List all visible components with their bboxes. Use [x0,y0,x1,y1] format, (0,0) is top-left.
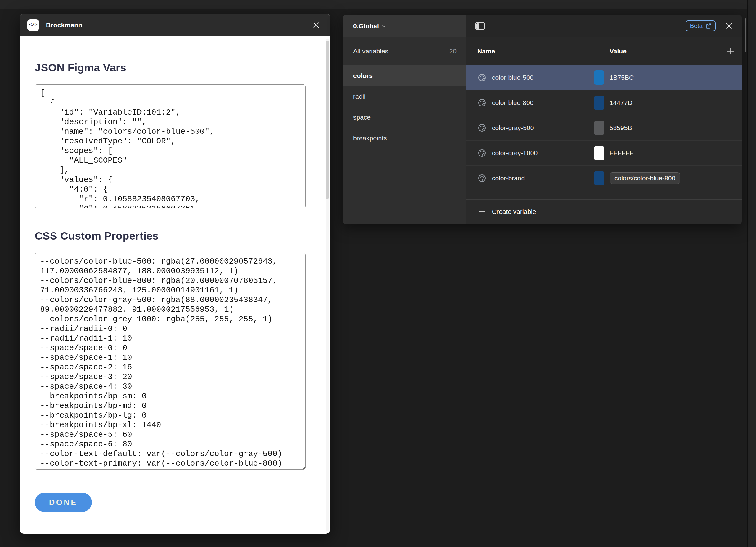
palette-icon [477,123,487,132]
create-variable-label: Create variable [492,208,536,215]
done-button[interactable]: DONE [35,493,92,512]
table-row[interactable]: color-gray-500 58595B [466,115,742,141]
close-icon[interactable] [725,22,733,30]
palette-icon [477,148,487,158]
palette-icon [477,173,487,183]
variables-count-badge: 20 [449,47,457,55]
variables-sidebar: 0.Global All variables 20 colors radii s… [343,15,466,224]
plugin-titlebar[interactable]: </> Brockmann [20,14,330,36]
plugin-body: JSON Figma Vars [ { "id": "VariableID:10… [20,36,330,534]
name-column-header: Name [466,47,592,55]
variable-value[interactable]: 58595B [610,124,632,132]
css-properties-heading: CSS Custom Properties [35,229,306,242]
column-divider [719,37,719,189]
color-swatch[interactable] [594,96,604,110]
collection-dropdown[interactable]: 0.Global [343,15,466,37]
variable-value[interactable]: FFFFFF [610,149,633,157]
table-column-headers: Name Value [466,37,742,65]
color-swatch[interactable] [594,146,604,160]
sidebar-item-label: colors [353,72,373,79]
column-divider [592,37,592,189]
sidebar-item-label: space [353,114,371,121]
alias-value-chip[interactable]: colors/color-blue-800 [610,172,680,184]
variable-name: color-gray-500 [492,124,534,132]
color-swatch[interactable] [594,171,604,185]
variable-value[interactable]: 1B75BC [610,74,634,81]
sidebar-item-label: breakpoints [353,134,387,142]
chevron-down-icon [382,25,386,28]
external-link-icon [705,23,711,29]
all-variables-label: All variables [353,47,388,55]
canvas-scrollbar-thumb[interactable] [745,18,746,52]
figma-canvas: </> Brockmann JSON Figma Vars [ { "id": … [0,0,756,547]
table-row[interactable]: color-grey-1000 FFFFFF [466,141,742,166]
plugin-window: </> Brockmann JSON Figma Vars [ { "id": … [20,14,330,534]
sidebar-item-all-variables[interactable]: All variables 20 [343,37,466,65]
table-row[interactable]: color-blue-500 1B75BC [466,65,742,90]
json-vars-textarea[interactable]: [ { "id": "VariableID:101:2", "descripti… [35,84,306,208]
json-vars-heading: JSON Figma Vars [35,61,306,74]
collection-name: 0.Global [353,22,379,30]
code-icon: </> [27,19,39,31]
beta-badge[interactable]: Beta [686,20,716,31]
variables-panel-header: Beta [466,15,742,37]
create-variable-button[interactable]: Create variable [466,199,742,224]
plugin-scrollbar-thumb[interactable] [326,41,329,199]
color-swatch[interactable] [594,70,604,85]
sidebar-item-colors[interactable]: colors [343,65,466,86]
sidebar-item-radii[interactable]: radii [343,86,466,107]
canvas-right-panel-edge [747,0,756,547]
css-properties-textarea[interactable]: --colors/color-blue-500: rgba(27.0000002… [35,253,306,470]
sidebar-item-space[interactable]: space [343,107,466,128]
color-swatch[interactable] [594,121,604,135]
beta-label: Beta [690,22,703,29]
palette-icon [477,73,487,82]
variable-name: color-blue-500 [492,74,533,81]
plus-icon [478,208,486,216]
table-row[interactable]: color-brand colors/color-blue-800 [466,166,742,191]
table-row[interactable]: color-blue-800 14477D [466,90,742,115]
close-icon[interactable] [312,21,320,29]
sidebar-item-breakpoints[interactable]: breakpoints [343,128,466,148]
canvas-top-toolbar-edge [0,0,756,9]
variables-table-area: Beta Name Value [466,15,742,224]
variables-panel: 0.Global All variables 20 colors radii s… [343,15,742,224]
sidebar-item-label: radii [353,93,366,100]
toggle-sidebar-icon[interactable] [475,22,485,30]
variable-name: color-grey-1000 [492,149,538,157]
variable-name: color-brand [492,174,525,182]
plugin-title: Brockmann [46,21,82,29]
palette-icon [477,98,487,107]
variable-name: color-blue-800 [492,99,533,106]
value-column-header: Value [592,47,719,55]
add-variable-icon[interactable] [719,47,742,55]
variable-value[interactable]: 14477D [610,99,632,106]
